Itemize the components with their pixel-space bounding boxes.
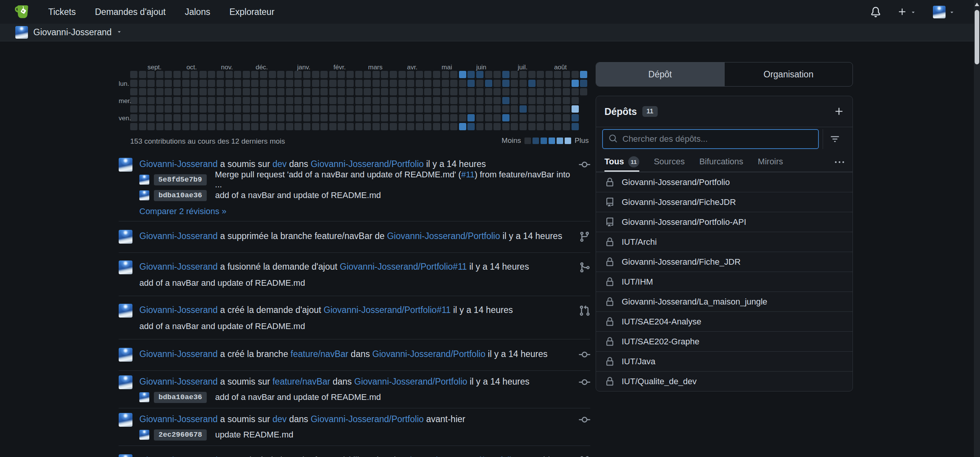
user-menu[interactable] — [933, 6, 955, 18]
heatmap-cell — [243, 80, 250, 87]
chevron-down-icon[interactable] — [116, 29, 122, 36]
filter-tab-tous[interactable]: Tous11 — [604, 153, 639, 172]
commit-hash-badge[interactable]: bdba10ae36 — [154, 190, 207, 201]
repo-list-item[interactable]: Giovanni-Josserand/Portfolio — [596, 172, 853, 192]
heatmap-cell — [416, 88, 423, 95]
heatmap-cell — [165, 88, 172, 95]
filter-tab-miroirs[interactable]: Miroirs — [758, 153, 783, 172]
activity-link[interactable]: Giovanni-Josserand/Portfolio#11 — [323, 305, 451, 315]
activity-link[interactable]: feature/navBar — [273, 377, 330, 387]
activity-link[interactable]: Giovanni-Josserand — [139, 455, 218, 457]
activity-link[interactable]: Giovanni-Josserand/Portfolio — [403, 455, 516, 457]
context-user-name[interactable]: Giovanni-Josserand — [33, 27, 112, 38]
commit-message: add of a navBar and update of README.md — [215, 190, 381, 200]
commit-hash-badge[interactable]: bdba10ae36 — [154, 392, 207, 403]
scroll-up-arrow[interactable] — [975, 3, 979, 6]
tab-organisation[interactable]: Organisation — [724, 62, 853, 86]
filter-tab-sources[interactable]: Sources — [654, 153, 685, 172]
repo-filter-button[interactable] — [823, 129, 846, 149]
heatmap-month-label: mai — [442, 64, 452, 71]
heatmap-cell — [173, 97, 181, 104]
heatmap-cell — [147, 80, 155, 87]
more-filters-kebab-icon[interactable] — [835, 153, 844, 172]
heatmap-cell — [502, 80, 510, 87]
repo-list-item[interactable]: IUT/SAE204-Analyse — [596, 311, 853, 331]
avatar[interactable] — [119, 454, 132, 457]
heatmap-cell — [554, 88, 561, 95]
activity-link[interactable]: Giovanni-Josserand/Portfolio — [387, 231, 500, 241]
heatmap-legend: Moins Plus — [501, 136, 589, 145]
repo-list-item[interactable]: Giovanni-Josserand/FicheJDR — [596, 192, 853, 212]
heatmap-cell — [467, 105, 475, 113]
activity-link[interactable]: Giovanni-Josserand — [139, 305, 218, 315]
nav-link-explorateur[interactable]: Explorateur — [229, 7, 274, 17]
repo-list-item[interactable]: IUT/Archi — [596, 232, 853, 252]
heatmap-cell — [563, 123, 570, 130]
heatmap-cell — [329, 71, 336, 78]
heatmap-cell — [338, 123, 345, 130]
heatmap-cell — [485, 80, 492, 87]
scrollbar-thumb[interactable] — [975, 10, 979, 64]
create-new-button[interactable] — [898, 7, 916, 16]
issue-link[interactable]: #11 — [461, 170, 475, 179]
avatar[interactable] — [119, 158, 132, 172]
repo-list-item[interactable]: IUT/SAE202-Graphe — [596, 331, 853, 351]
heatmap-cell — [182, 80, 189, 87]
repo-list-item[interactable]: Giovanni-Josserand/Portfolio-API — [596, 212, 853, 232]
activity-link[interactable]: Giovanni-Josserand/Portfolio#11 — [340, 262, 467, 272]
repo-list-item[interactable]: IUT/Qualite_de_dev — [596, 371, 853, 391]
activity-link[interactable]: Giovanni-Josserand — [139, 231, 218, 241]
gitea-logo-icon[interactable] — [15, 4, 31, 20]
compare-revisions-link[interactable]: Comparer 2 révisions » — [139, 206, 226, 216]
avatar[interactable] — [119, 230, 132, 244]
nav-link-tickets[interactable]: Tickets — [48, 7, 76, 17]
activity-link[interactable]: dev — [273, 159, 287, 169]
heatmap-cell — [182, 114, 189, 121]
activity-link[interactable]: Giovanni-Josserand/Portfolio — [310, 414, 423, 424]
heatmap-cell — [312, 71, 319, 78]
heatmap-cell — [485, 105, 492, 113]
avatar[interactable] — [119, 348, 132, 362]
notifications-bell-icon[interactable] — [871, 7, 881, 17]
activity-link[interactable]: Giovanni-Josserand — [139, 262, 218, 272]
activity-link[interactable]: Giovanni-Josserand/Portfolio — [372, 349, 485, 359]
heatmap-cell — [485, 71, 492, 78]
new-repository-button[interactable] — [834, 106, 844, 116]
activity-link[interactable]: Giovanni-Josserand/Portfolio — [310, 159, 423, 169]
activity-link[interactable]: dev — [273, 414, 287, 424]
nav-link-demandes-d-ajout[interactable]: Demandes d'ajout — [95, 7, 166, 17]
nav-link-jalons[interactable]: Jalons — [185, 7, 210, 17]
repo-search-input[interactable] — [622, 134, 812, 144]
heatmap-cell — [511, 80, 518, 87]
activity-link[interactable]: feature/navBar — [291, 349, 348, 359]
avatar[interactable] — [119, 413, 132, 427]
heatmap-cell — [303, 88, 310, 95]
avatar[interactable] — [119, 260, 132, 274]
heatmap-cell — [399, 71, 406, 78]
activity-link[interactable]: Giovanni-Josserand — [139, 159, 218, 169]
commit-row: bdba10ae36add of a navBar and update of … — [139, 391, 573, 403]
heatmap-cell — [208, 97, 215, 104]
activity-link[interactable]: Giovanni-Josserand — [139, 377, 218, 387]
filter-tab-bifurcations[interactable]: Bifurcations — [699, 153, 743, 172]
repo-list-item[interactable]: Giovanni-Josserand/La_maison_jungle — [596, 292, 853, 311]
tab-d-p-t[interactable]: Dépôt — [596, 62, 724, 86]
activity-link[interactable]: Giovanni-Josserand — [139, 349, 218, 359]
repo-list-item[interactable]: Giovanni-Josserand/Fiche_JDR — [596, 252, 853, 272]
avatar[interactable] — [119, 375, 132, 389]
page-scrollbar[interactable] — [974, 0, 980, 457]
activity-link[interactable]: Giovanni-Josserand/Portfolio — [354, 377, 467, 387]
heatmap-cell — [251, 97, 258, 104]
heatmap-cell — [572, 123, 579, 130]
heatmap-cell — [312, 105, 319, 113]
heatmap-cell — [225, 97, 233, 104]
repo-list-item[interactable]: IUT/IHM — [596, 272, 853, 292]
avatar[interactable] — [119, 304, 132, 318]
text: add of a navBar and update of README.md — [215, 190, 381, 200]
heatmap-cell — [537, 114, 544, 121]
activity-link[interactable]: Giovanni-Josserand — [139, 414, 218, 424]
commit-hash-badge[interactable]: 5e8fd5e7b9 — [154, 174, 207, 185]
commit-hash-badge[interactable]: 2ec2960678 — [154, 429, 207, 441]
heatmap-cell — [286, 71, 293, 78]
repo-list-item[interactable]: IUT/Java — [596, 351, 853, 371]
